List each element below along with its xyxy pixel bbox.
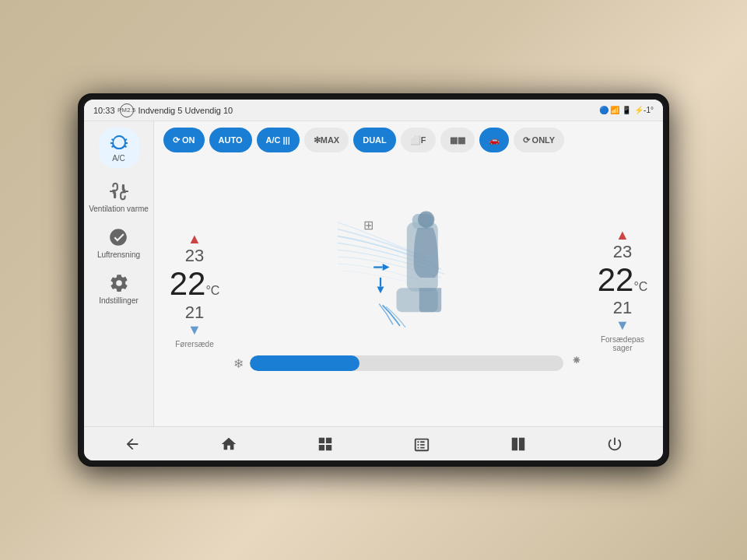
status-bar-left: 10:33 PM2.5 Indvendig 5 Udvendig 10 — [93, 103, 233, 117]
ac-icon — [108, 132, 130, 154]
svg-text:⊞: ⊞ — [363, 219, 374, 232]
fan-slider-fill — [250, 355, 359, 371]
fan-only-button[interactable]: ⟳ ONLY — [514, 128, 565, 152]
right-seat-label: Forsædepas sager — [591, 335, 654, 352]
pm-indicator: PM2.5 — [120, 103, 134, 117]
fan-slider-track[interactable] — [250, 355, 563, 371]
left-temp-down[interactable]: ▼ — [188, 323, 202, 337]
svg-marker-5 — [377, 286, 384, 293]
auto-button[interactable]: AUTO — [209, 128, 252, 152]
rear-defrost-button[interactable]: ▦▦ — [440, 128, 475, 152]
right-temp-control: ▲ 23 22°C 21 ▼ Forsædepas sager — [591, 160, 654, 420]
split-button[interactable] — [504, 430, 532, 458]
right-temp-below: 21 — [613, 298, 632, 318]
main-content: A/C Ventilation varme — [84, 121, 663, 426]
settings-icon — [108, 272, 130, 294]
temp-area: ▲ 23 22°C 21 ▼ Førersæde — [163, 160, 654, 420]
windshield-button[interactable]: ⬜F — [401, 128, 436, 152]
airpurify-icon — [107, 226, 129, 248]
sidebar: A/C Ventilation varme — [84, 121, 154, 426]
sidebar-item-settings[interactable]: Indstillinger — [99, 272, 139, 306]
left-temp-below: 21 — [185, 303, 204, 323]
left-temp-value: 22°C — [170, 266, 220, 302]
left-temp-up[interactable]: ▲ — [188, 232, 202, 246]
car-surround: 10:33 PM2.5 Indvendig 5 Udvendig 10 🔵 📶 … — [0, 0, 747, 560]
settings-label: Indstillinger — [99, 296, 139, 306]
power-button[interactable] — [601, 430, 629, 458]
airpurify-label: Luftrensning — [97, 250, 140, 260]
max-button[interactable]: ✻MAX — [304, 128, 349, 152]
bottom-nav — [84, 426, 663, 460]
fan-min-icon: ❄ — [233, 356, 244, 371]
top-buttons: ⟳ ON AUTO A/C ||| ✻MAX DUAL ⬜F ▦▦ 🚗 ⟳ ON… — [163, 128, 654, 152]
back-button[interactable] — [118, 430, 146, 458]
svg-point-3 — [418, 212, 434, 228]
battery-level: ⚡-1° — [634, 106, 654, 114]
right-temp-above: 23 — [613, 242, 632, 262]
left-seat-label: Førersæde — [175, 340, 213, 348]
ac-label: A/C — [108, 154, 130, 163]
sidebar-item-airpurify[interactable]: Luftrensning — [97, 226, 140, 260]
ac-mode-button[interactable]: A/C ||| — [257, 128, 300, 152]
right-temp-up[interactable]: ▲ — [615, 228, 630, 242]
status-bar-right: 🔵 📶 📱 ⚡-1° — [599, 106, 654, 114]
sidebar-item-ac[interactable]: A/C — [99, 128, 139, 168]
fan-max-icon — [570, 355, 584, 372]
left-temp-control: ▲ 23 22°C 21 ▼ Førersæde — [163, 160, 226, 420]
overview-button[interactable] — [311, 430, 339, 458]
center-panel: ⟳ ON AUTO A/C ||| ✻MAX DUAL ⬜F ▦▦ 🚗 ⟳ ON… — [154, 121, 663, 426]
screen: 10:33 PM2.5 Indvendig 5 Udvendig 10 🔵 📶 … — [84, 100, 663, 460]
fan-on-button[interactable]: ⟳ ON — [163, 128, 205, 152]
seat-visualization: ⊞ — [323, 208, 494, 348]
air-quality: Indvendig 5 Udvendig 10 — [139, 106, 233, 115]
car-mode-button[interactable]: 🚗 — [479, 128, 509, 152]
ventilation-icon — [108, 180, 130, 202]
center-viz: ⊞ ❄ — [226, 160, 591, 420]
fan-speed-control: ❄ — [226, 355, 591, 372]
screen-bezel: 10:33 PM2.5 Indvendig 5 Udvendig 10 🔵 📶 … — [78, 93, 669, 467]
apps-button[interactable] — [408, 430, 436, 458]
left-temp-above: 23 — [185, 246, 204, 266]
svg-marker-4 — [383, 264, 390, 271]
ventilation-label: Ventilation varme — [89, 205, 149, 214]
right-temp-down[interactable]: ▼ — [615, 318, 630, 332]
time-display: 10:33 — [93, 106, 115, 115]
dual-button[interactable]: DUAL — [353, 128, 396, 152]
status-bar: 10:33 PM2.5 Indvendig 5 Udvendig 10 🔵 📶 … — [84, 100, 663, 121]
home-button[interactable] — [215, 430, 243, 458]
sidebar-item-ventilation[interactable]: Ventilation varme — [89, 180, 149, 214]
connectivity-icons: 🔵 📶 📱 — [599, 106, 632, 114]
right-temp-value: 22°C — [598, 262, 648, 298]
pm-text: PM2.5 — [117, 107, 135, 114]
